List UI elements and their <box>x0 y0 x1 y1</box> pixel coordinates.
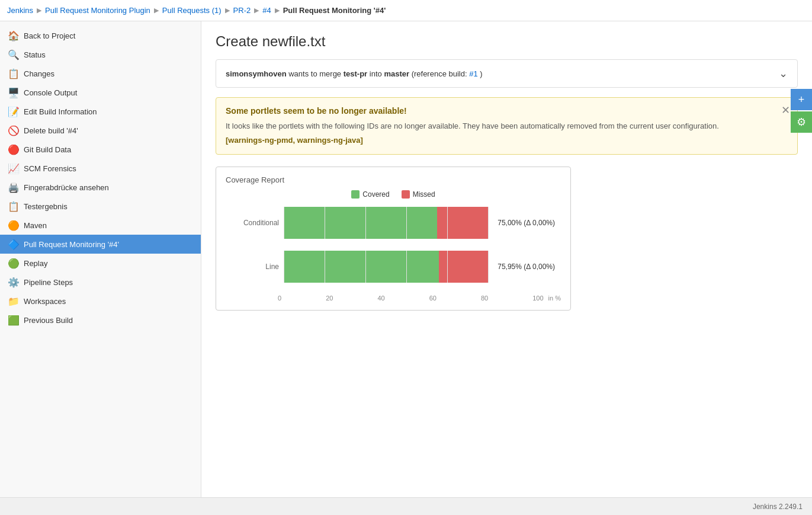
pr-into: into <box>370 69 384 78</box>
right-panel: + ⚙ <box>791 89 812 133</box>
legend-covered-label: Covered <box>362 190 389 199</box>
sidebar-label-pull-request-monitoring: Pull Request Monitoring '#4' <box>24 240 119 249</box>
legend-covered: Covered <box>351 190 389 199</box>
gear-button[interactable]: ⚙ <box>791 111 812 133</box>
bar-missed-0 <box>437 207 488 239</box>
page-title: Create newfile.txt <box>216 33 798 50</box>
sidebar-label-back-to-project: Back to Project <box>24 31 75 40</box>
grid-line <box>325 251 325 283</box>
x-axis-label: 40 <box>377 295 384 302</box>
pr-ref-link[interactable]: #1 <box>469 69 477 78</box>
sidebar: 🏠Back to Project🔍Status📋Changes🖥️Console… <box>0 21 201 497</box>
sidebar-item-back-to-project[interactable]: 🏠Back to Project <box>0 26 201 45</box>
warning-ids: [warnings-ng-pmd, warnings-ng-java] <box>226 135 788 146</box>
sidebar-item-delete-build[interactable]: 🚫Delete build '#4' <box>0 121 201 140</box>
sidebar-label-previous-build: Previous Build <box>24 316 73 325</box>
sidebar-item-replay[interactable]: 🟢Replay <box>0 254 201 273</box>
x-axis-label: 100 <box>532 295 543 302</box>
sidebar-label-changes: Changes <box>24 69 54 78</box>
sidebar-item-pipeline-steps[interactable]: ⚙️Pipeline Steps <box>0 273 201 292</box>
grid-line <box>325 207 325 239</box>
warning-title: Some portlets seem to be no longer avail… <box>226 106 788 116</box>
sidebar-label-fingerprints: Fingerabdrücke ansehen <box>24 183 109 192</box>
warning-box: ✕ Some portlets seem to be no longer ava… <box>216 97 798 155</box>
sidebar-icon-delete-build: 🚫 <box>8 125 19 136</box>
footer-version: Jenkins 2.249.1 <box>753 503 803 511</box>
main-content: Create newfile.txt simonsymhoven wants t… <box>201 21 812 497</box>
sidebar-icon-changes: 📋 <box>8 68 19 79</box>
sidebar-item-git-build-data[interactable]: 🔴Git Build Data <box>0 140 201 159</box>
sidebar-icon-status: 🔍 <box>8 49 19 60</box>
pr-action: wants to merge <box>288 69 341 78</box>
sidebar-item-console-output[interactable]: 🖥️Console Output <box>0 83 201 102</box>
grid-line <box>365 207 366 239</box>
bar-value-1: 75,95% (Δ 0,00%) <box>498 263 555 271</box>
breadcrumb-link[interactable]: Pull Request Monitoring Plugin <box>45 6 150 15</box>
breadcrumb-sep: ▶ <box>154 7 159 14</box>
grid-line <box>365 251 366 283</box>
bar-covered-1 <box>284 251 439 283</box>
breadcrumb-link[interactable]: Pull Requests (1) <box>162 6 222 15</box>
chart-row-label-0: Conditional <box>232 219 279 227</box>
bar-missed-1 <box>439 251 488 283</box>
legend-missed-swatch <box>402 190 410 199</box>
grid-line <box>447 207 448 239</box>
warning-close-button[interactable]: ✕ <box>781 104 790 117</box>
legend-missed: Missed <box>402 190 435 199</box>
x-axis-label: 80 <box>481 295 488 302</box>
bar-container-1 <box>284 251 488 283</box>
breadcrumb: Jenkins▶Pull Request Monitoring Plugin▶P… <box>0 0 812 21</box>
coverage-card-title: Coverage Report <box>226 175 561 184</box>
pr-user: simonsymhoven <box>226 69 287 78</box>
sidebar-item-edit-build-information[interactable]: 📝Edit Build Information <box>0 102 201 121</box>
sidebar-item-maven[interactable]: 🟠Maven <box>0 216 201 235</box>
sidebar-item-fingerprints[interactable]: 🖨️Fingerabdrücke ansehen <box>0 178 201 197</box>
sidebar-item-status[interactable]: 🔍Status <box>0 45 201 64</box>
sidebar-icon-back-to-project: 🏠 <box>8 30 19 41</box>
grid-line <box>406 207 407 239</box>
sidebar-label-maven: Maven <box>24 221 47 230</box>
sidebar-label-git-build-data: Git Build Data <box>24 145 71 154</box>
sidebar-icon-maven: 🟠 <box>8 220 19 231</box>
sidebar-icon-console-output: 🖥️ <box>8 87 19 98</box>
x-axis-label: 20 <box>326 295 333 302</box>
breadcrumb-link[interactable]: Jenkins <box>7 6 33 15</box>
sidebar-item-scm-forensics[interactable]: 📈SCM Forensics <box>0 159 201 178</box>
x-axis-label: 0 <box>278 295 281 302</box>
breadcrumb-link[interactable]: PR-2 <box>233 6 251 15</box>
breadcrumb-sep: ▶ <box>254 7 259 14</box>
sidebar-item-workspaces[interactable]: 📁Workspaces <box>0 292 201 311</box>
add-button[interactable]: + <box>791 89 812 110</box>
chart-legend: Covered Missed <box>226 190 561 199</box>
pr-info-box: simonsymhoven wants to merge test-pr int… <box>216 59 798 88</box>
breadcrumb-last: Pull Request Monitoring '#4' <box>283 6 386 15</box>
legend-covered-swatch <box>351 190 360 199</box>
grid-line <box>488 251 489 283</box>
bar-covered-0 <box>284 207 437 239</box>
warning-body: It looks like the portlets with the foll… <box>226 120 788 146</box>
coverage-card: Coverage Report Covered Missed Condition… <box>216 167 571 311</box>
x-axis-labels: 020406080100 <box>278 295 544 302</box>
bar-container-0 <box>284 207 488 239</box>
sidebar-icon-edit-build-information: 📝 <box>8 106 19 117</box>
chart-row-1: Line75,95% (Δ 0,00%) <box>232 251 555 283</box>
sidebar-item-previous-build[interactable]: 🟩Previous Build <box>0 311 201 330</box>
pr-target: master <box>384 69 409 78</box>
sidebar-icon-previous-build: 🟩 <box>8 315 19 325</box>
sidebar-item-changes[interactable]: 📋Changes <box>0 64 201 83</box>
breadcrumb-sep: ▶ <box>37 7 41 14</box>
sidebar-label-test-result: Testergebnis <box>24 202 68 211</box>
pr-info-text: simonsymhoven wants to merge test-pr int… <box>226 69 483 78</box>
sidebar-icon-pull-request-monitoring: 🔷 <box>8 239 19 249</box>
sidebar-icon-scm-forensics: 📈 <box>8 163 19 174</box>
legend-missed-label: Missed <box>413 190 435 199</box>
sidebar-item-test-result[interactable]: 📋Testergebnis <box>0 197 201 216</box>
breadcrumb-link[interactable]: #4 <box>262 6 271 15</box>
sidebar-label-replay: Replay <box>24 259 47 268</box>
sidebar-label-edit-build-information: Edit Build Information <box>24 107 97 116</box>
grid-line <box>406 251 407 283</box>
pr-chevron-icon[interactable]: ⌄ <box>779 67 788 80</box>
sidebar-item-pull-request-monitoring[interactable]: 🔷Pull Request Monitoring '#4' <box>0 235 201 254</box>
sidebar-icon-test-result: 📋 <box>8 201 19 212</box>
pr-ref-close: ) <box>480 69 482 78</box>
